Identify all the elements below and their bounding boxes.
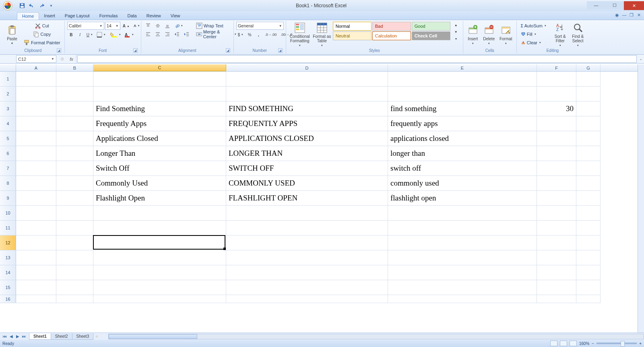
cell-D8[interactable]: COMMONLY USED xyxy=(226,176,388,191)
vertical-scrollbar[interactable] xyxy=(638,64,644,333)
cell-G6[interactable] xyxy=(576,146,601,161)
cell-D16[interactable] xyxy=(226,295,388,303)
cell-E5[interactable]: applications closed xyxy=(388,131,537,146)
sort-filter-button[interactable]: AZSort & Filter▾ xyxy=(552,22,568,48)
maximize-button[interactable]: ☐ xyxy=(605,1,624,9)
cell-D15[interactable] xyxy=(226,280,388,295)
cell-B1[interactable] xyxy=(56,72,93,87)
cell-E16[interactable] xyxy=(388,295,537,303)
format-as-table-button[interactable]: Format as Table▾ xyxy=(313,22,331,48)
cell-F3[interactable]: 30 xyxy=(537,101,576,116)
style-good[interactable]: Good xyxy=(412,22,450,31)
zoom-in-icon[interactable]: + xyxy=(639,341,642,346)
cell-B16[interactable] xyxy=(56,295,93,303)
cell-B6[interactable] xyxy=(56,146,93,161)
row-header-8[interactable]: 8 xyxy=(0,176,16,191)
autosum-button[interactable]: ΣAutoSum▾ xyxy=(519,22,551,30)
sheet-tab-sheet1[interactable]: Sheet1 xyxy=(29,333,51,340)
select-all-corner[interactable] xyxy=(0,64,16,71)
cell-B13[interactable] xyxy=(56,250,93,265)
cell-G11[interactable] xyxy=(576,221,601,235)
cell-F11[interactable] xyxy=(537,221,576,235)
row-header-1[interactable]: 1 xyxy=(0,72,16,87)
cell-C2[interactable] xyxy=(93,87,226,101)
tab-page-layout[interactable]: Page Layout xyxy=(60,12,95,20)
row-header-2[interactable]: 2 xyxy=(0,87,16,101)
cell-B12[interactable] xyxy=(56,235,93,250)
cell-D3[interactable]: FIND SOMETHING xyxy=(226,101,388,116)
minimize-button[interactable]: — xyxy=(587,1,605,9)
style-neutral[interactable]: Neutral xyxy=(333,31,372,40)
style-check-cell[interactable]: Check Cell xyxy=(412,31,450,40)
number-dialog-launcher-icon[interactable]: ◢ xyxy=(278,48,283,53)
sheet-tab-sheet3[interactable]: Sheet3 xyxy=(72,333,94,340)
percent-format-icon[interactable]: % xyxy=(246,31,254,39)
shrink-font-icon[interactable]: A▼ xyxy=(132,22,141,30)
cell-styles-gallery[interactable]: Normal Bad Good Neutral Calculation Chec… xyxy=(333,22,450,40)
cell-E11[interactable] xyxy=(388,221,537,235)
row-header-15[interactable]: 15 xyxy=(0,280,16,295)
cell-E14[interactable] xyxy=(388,265,537,280)
cell-B14[interactable] xyxy=(56,265,93,280)
row-header-12[interactable]: 12 xyxy=(0,235,16,250)
redo-icon[interactable] xyxy=(37,1,46,10)
cell-B4[interactable] xyxy=(56,116,93,131)
cell-C16[interactable] xyxy=(93,295,226,303)
cell-F14[interactable] xyxy=(537,265,576,280)
cell-D5[interactable]: APPLICATIONS CLOSED xyxy=(226,131,388,146)
font-color-button[interactable]: A▾ xyxy=(123,31,135,39)
underline-button[interactable]: U▾ xyxy=(85,31,94,39)
qat-dropdown-icon[interactable]: ▼ xyxy=(47,1,56,10)
wrap-text-button[interactable]: Wrap Text xyxy=(194,22,238,30)
cell-F7[interactable] xyxy=(537,161,576,176)
row-header-9[interactable]: 9 xyxy=(0,191,16,206)
cell-A5[interactable] xyxy=(16,131,56,146)
fill-button[interactable]: Fill▾ xyxy=(519,30,551,38)
close-button[interactable]: ✕ xyxy=(624,1,644,10)
cell-A14[interactable] xyxy=(16,265,56,280)
cell-G7[interactable] xyxy=(576,161,601,176)
cell-G4[interactable] xyxy=(576,116,601,131)
row-header-13[interactable]: 13 xyxy=(0,250,16,265)
cell-C10[interactable] xyxy=(93,206,226,221)
cell-C7[interactable]: Switch Off xyxy=(93,161,226,176)
cell-A3[interactable] xyxy=(16,101,56,116)
cell-B11[interactable] xyxy=(56,221,93,235)
cell-E10[interactable] xyxy=(388,206,537,221)
cell-A11[interactable] xyxy=(16,221,56,235)
merge-center-button[interactable]: Merge & Center▾ xyxy=(194,30,238,38)
cell-G16[interactable] xyxy=(576,295,601,303)
font-name-combo[interactable]: Calibri▼ xyxy=(67,22,104,30)
column-header-D[interactable]: D xyxy=(226,64,388,71)
cell-A13[interactable] xyxy=(16,250,56,265)
cell-C11[interactable] xyxy=(93,221,226,235)
cell-D14[interactable] xyxy=(226,265,388,280)
cell-A15[interactable] xyxy=(16,280,56,295)
tab-insert[interactable]: Insert xyxy=(39,12,60,20)
decrease-indent-icon[interactable] xyxy=(173,30,182,38)
align-left-icon[interactable] xyxy=(144,30,153,38)
row-header-11[interactable]: 11 xyxy=(0,221,16,235)
cell-D2[interactable] xyxy=(226,87,388,101)
cell-A4[interactable] xyxy=(16,116,56,131)
cell-F16[interactable] xyxy=(537,295,576,303)
conditional-formatting-button[interactable]: Conditional Formatting▾ xyxy=(289,22,311,48)
cell-A1[interactable] xyxy=(16,72,56,87)
align-bottom-icon[interactable] xyxy=(163,22,172,30)
cell-D1[interactable] xyxy=(226,72,388,87)
cell-E1[interactable] xyxy=(388,72,537,87)
cell-D13[interactable] xyxy=(226,250,388,265)
delete-cells-button[interactable]: Delete▾ xyxy=(482,22,496,48)
cell-E13[interactable] xyxy=(388,250,537,265)
cell-D7[interactable]: SWITCH OFF xyxy=(226,161,388,176)
cell-D12[interactable] xyxy=(226,235,388,250)
alignment-dialog-launcher-icon[interactable]: ◢ xyxy=(226,48,230,53)
align-right-icon[interactable] xyxy=(163,30,172,38)
cell-A12[interactable] xyxy=(16,235,56,250)
cell-E12[interactable] xyxy=(388,235,537,250)
orientation-icon[interactable]: ab▾ xyxy=(173,22,184,30)
cell-C13[interactable] xyxy=(93,250,226,265)
tab-formulas[interactable]: Formulas xyxy=(95,12,123,20)
cell-E4[interactable]: frequently apps xyxy=(388,116,537,131)
cell-E8[interactable]: commonly used xyxy=(388,176,537,191)
